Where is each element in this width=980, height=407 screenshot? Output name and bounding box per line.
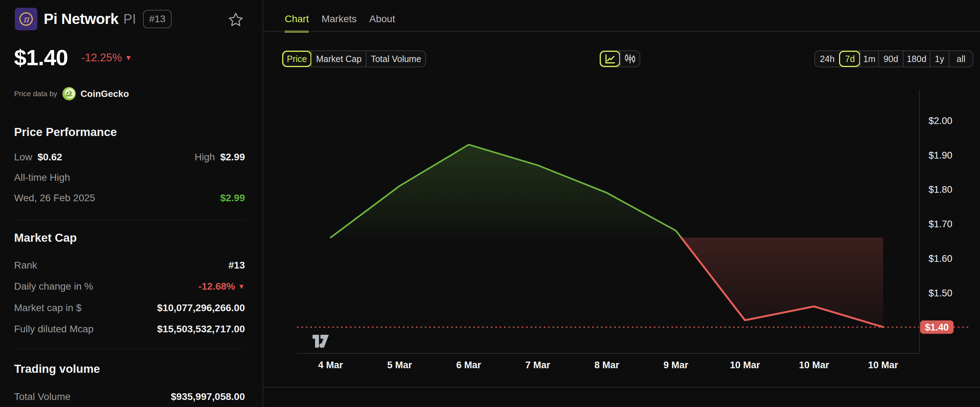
y-axis-label: $1.50 bbox=[929, 288, 953, 299]
x-axis-label: 7 Mar bbox=[525, 360, 550, 370]
fdv-value: $15,503,532,717.00 bbox=[157, 323, 245, 335]
y-axis-label: $2.00 bbox=[929, 116, 953, 126]
star-icon bbox=[228, 12, 244, 28]
x-axis-label: 4 Mar bbox=[318, 360, 343, 370]
price-row: $1.40 -12.25% ▼ bbox=[14, 46, 132, 69]
market-cap-label: Market cap in $ bbox=[14, 302, 81, 314]
line-chart-button[interactable] bbox=[600, 51, 620, 67]
low-label: Low bbox=[14, 151, 32, 163]
attribution-prefix: Price data by bbox=[14, 89, 57, 98]
market-cap-value: $10,077,296,266.00 bbox=[157, 302, 245, 314]
x-axis-label: 6 Mar bbox=[457, 360, 481, 370]
range-180d-button[interactable]: 180d bbox=[903, 51, 930, 67]
current-price-badge-label: $1.40 bbox=[925, 322, 949, 333]
x-axis-label: 5 Mar bbox=[387, 360, 412, 370]
market-cap-title: Market Cap bbox=[14, 231, 77, 245]
favorite-button[interactable] bbox=[227, 11, 244, 28]
metric-market-cap-button[interactable]: Market Cap bbox=[311, 51, 366, 67]
x-axis-label: 9 Mar bbox=[663, 360, 689, 370]
price-performance-title: Price Performance bbox=[14, 126, 117, 139]
y-axis-label: $1.60 bbox=[929, 253, 953, 264]
rank-row: Rank #13 bbox=[14, 260, 245, 271]
tradingview-logo bbox=[313, 335, 329, 347]
attribution: Price data by CoinGecko bbox=[14, 87, 129, 101]
tabs-divider bbox=[263, 31, 980, 32]
low-high-row: Low $0.62 High $2.99 bbox=[14, 151, 245, 163]
y-axis-label: $1.90 bbox=[929, 150, 953, 161]
coingecko-icon bbox=[62, 87, 76, 101]
down-arrow-icon: ▼ bbox=[125, 54, 132, 62]
price-chart: $2.00$1.90$1.80$1.70$1.60$1.504 Mar5 Mar… bbox=[286, 88, 980, 374]
current-price: $1.40 bbox=[14, 46, 68, 69]
attribution-brand[interactable]: CoinGecko bbox=[81, 89, 129, 99]
ath-label-row: All-time High bbox=[14, 172, 245, 183]
time-range-toggle: 24h 7d 1m 90d 180d 1y all bbox=[815, 50, 973, 67]
divider bbox=[14, 349, 245, 349]
tab-about[interactable]: About bbox=[369, 13, 395, 32]
ath-value: $2.99 bbox=[220, 192, 245, 204]
rank-label: Rank bbox=[14, 260, 37, 271]
total-volume-value: $935,997,058.00 bbox=[171, 391, 245, 402]
tab-chart[interactable]: Chart bbox=[285, 13, 309, 32]
coin-header: π Pi Network PI #13 bbox=[15, 8, 172, 30]
y-axis-label: $1.80 bbox=[929, 184, 953, 195]
ath-date: Wed, 26 Feb 2025 bbox=[14, 192, 95, 204]
fdv-row: Fully diluted Mcap $15,503,532,717.00 bbox=[14, 323, 245, 335]
ath-row: Wed, 26 Feb 2025 $2.99 bbox=[14, 192, 245, 204]
divider bbox=[14, 220, 245, 220]
coin-ticker: PI bbox=[123, 12, 136, 27]
candlestick-chart-button[interactable] bbox=[620, 51, 640, 67]
x-axis-label: 10 Mar bbox=[799, 360, 829, 370]
range-1y-button[interactable]: 1y bbox=[930, 51, 949, 67]
ath-label: All-time High bbox=[14, 172, 70, 183]
price-change: -12.25% ▼ bbox=[81, 51, 132, 64]
total-volume-row: Total Volume $935,997,058.00 bbox=[14, 391, 245, 402]
pi-network-logo-icon: π bbox=[15, 8, 37, 30]
candlestick-icon bbox=[624, 53, 636, 65]
price-change-value: -12.25% bbox=[81, 51, 122, 64]
range-all-button[interactable]: all bbox=[949, 51, 973, 67]
range-24h-button[interactable]: 24h bbox=[815, 51, 839, 67]
daily-change-row: Daily change in % -12.68% ▼ bbox=[14, 281, 245, 292]
daily-change-label: Daily change in % bbox=[14, 281, 93, 292]
daily-change-value: -12.68% bbox=[198, 281, 235, 292]
tab-bar: Chart Markets About bbox=[285, 13, 395, 32]
range-90d-button[interactable]: 90d bbox=[878, 51, 903, 67]
x-axis-label: 10 Mar bbox=[868, 360, 898, 370]
range-7d-button[interactable]: 7d bbox=[839, 51, 860, 67]
area-above-baseline bbox=[331, 145, 681, 237]
total-volume-label: Total Volume bbox=[14, 391, 70, 402]
metric-total-volume-button[interactable]: Total Volume bbox=[366, 51, 425, 67]
rank-value: #13 bbox=[228, 260, 245, 271]
rank-badge: #13 bbox=[143, 10, 172, 28]
svg-text:π: π bbox=[23, 14, 30, 24]
trading-volume-title: Trading volume bbox=[14, 362, 100, 376]
low-value: $0.62 bbox=[37, 151, 62, 163]
coin-name: Pi Network bbox=[44, 11, 118, 27]
metric-toggle: Price Market Cap Total Volume bbox=[282, 50, 426, 67]
metric-price-button[interactable]: Price bbox=[283, 51, 311, 67]
x-axis-label: 8 Mar bbox=[595, 360, 619, 370]
range-1m-button[interactable]: 1m bbox=[860, 51, 878, 67]
x-axis-label: 10 Mar bbox=[730, 360, 760, 370]
market-cap-row: Market cap in $ $10,077,296,266.00 bbox=[14, 302, 245, 314]
panel-divider bbox=[262, 0, 263, 407]
chart-type-toggle bbox=[600, 50, 640, 67]
high-label: High bbox=[194, 151, 215, 163]
line-chart-icon bbox=[604, 53, 616, 65]
fdv-label: Fully diluted Mcap bbox=[14, 323, 94, 335]
high-value: $2.99 bbox=[220, 151, 245, 163]
tab-markets[interactable]: Markets bbox=[321, 13, 356, 32]
y-axis-label: $1.70 bbox=[929, 219, 953, 229]
chart-bottom-divider bbox=[263, 387, 980, 388]
down-arrow-icon: ▼ bbox=[238, 283, 245, 291]
